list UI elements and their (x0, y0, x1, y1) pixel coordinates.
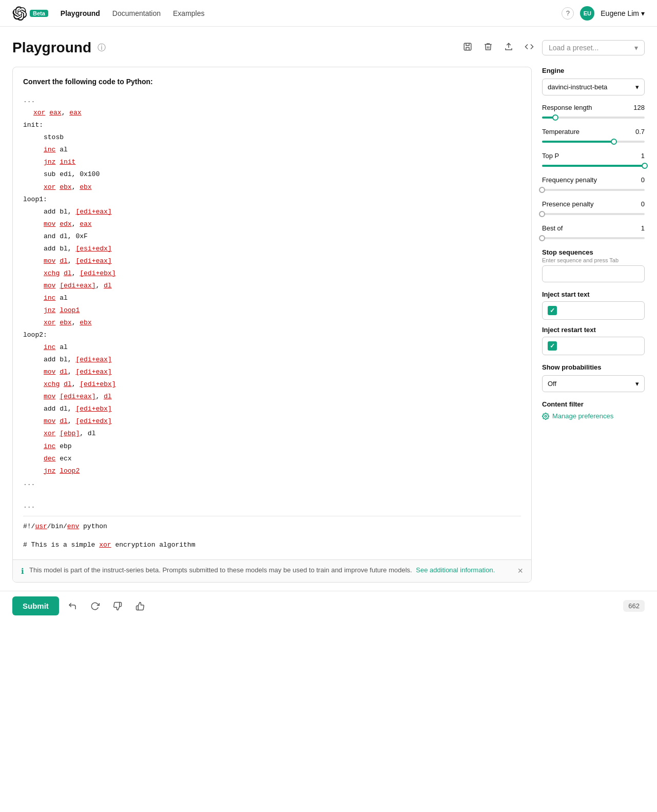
stop-sequences-hint: Enter sequence and press Tab (542, 257, 645, 263)
show-prob-value: Off (548, 380, 556, 388)
manage-preferences-link[interactable]: Manage preferences (542, 412, 645, 420)
show-prob-select[interactable]: Off ▾ (542, 375, 645, 392)
show-prob-label: Show probabilities (542, 363, 645, 371)
refresh-button[interactable] (86, 597, 104, 615)
param-label-frequency-penalty: Frequency penalty (542, 176, 597, 184)
generated-line-shebang: #!/usr/bin/env python (23, 520, 521, 533)
content-filter-label: Content filter (542, 400, 645, 408)
user-menu[interactable]: Eugene Lim ▾ (601, 9, 645, 17)
param-label-temperature: Temperature (542, 128, 579, 136)
token-count-badge: 662 (623, 600, 645, 612)
stop-sequences-input[interactable] (542, 265, 645, 282)
page-container: Playground ⓘ Load a preset... ▾ (0, 27, 657, 583)
info-text: This model is part of the instruct-serie… (29, 566, 495, 574)
nav-link-documentation[interactable]: Documentation (112, 9, 161, 17)
nav-link-playground[interactable]: Playground (61, 9, 100, 17)
code-block: ... xor eax, eax init: stosb inc al jnz … (23, 94, 521, 490)
param-value-response-length: 128 (633, 104, 645, 111)
slider-top-p[interactable] (542, 162, 645, 170)
nav-link-examples[interactable]: Examples (173, 9, 204, 17)
engine-chevron-icon: ▾ (635, 83, 639, 91)
slider-frequency-penalty[interactable] (542, 186, 645, 194)
param-temperature: Temperature 0.7 (542, 128, 645, 146)
refresh-icon (90, 602, 100, 611)
slider-presence-penalty[interactable] (542, 210, 645, 218)
preset-placeholder: Load a preset... (549, 44, 598, 52)
info-link[interactable]: See additional information. (416, 566, 495, 574)
save-button[interactable] (460, 39, 475, 56)
trash-icon (484, 42, 493, 51)
page-header: Playground ⓘ Load a preset... ▾ (12, 39, 645, 56)
thumbs-down-icon (113, 602, 122, 611)
save-icon (463, 42, 472, 51)
svg-point-1 (545, 415, 547, 417)
inject-start-label: Inject start text (542, 291, 645, 298)
code-button[interactable] (521, 39, 537, 56)
engine-select[interactable]: davinci-instruct-beta ▾ (542, 79, 645, 95)
nav-bar: Beta Playground Documentation Examples ?… (0, 0, 657, 27)
page-title: Playground (12, 40, 91, 56)
editor-body[interactable]: Convert the following code to Python: ..… (13, 67, 531, 559)
manage-preferences-label: Manage preferences (552, 412, 613, 420)
share-button[interactable] (501, 39, 516, 56)
share-icon (504, 42, 513, 51)
inject-restart-section: Inject restart text ✓ (542, 326, 645, 355)
content-filter-section: Content filter Manage preferences (542, 400, 645, 420)
param-top-p: Top P 1 (542, 152, 645, 170)
info-bar: ℹ This model is part of the instruct-ser… (13, 559, 531, 582)
svg-rect-0 (464, 43, 471, 50)
show-prob-section: Show probabilities Off ▾ (542, 363, 645, 392)
inject-restart-label: Inject restart text (542, 326, 645, 334)
nav-links: Playground Documentation Examples (61, 9, 205, 17)
prompt-text: Convert the following code to Python: (23, 75, 521, 88)
sidebar: Engine davinci-instruct-beta ▾ Response … (542, 67, 645, 583)
stop-sequences-section: Stop sequences Enter sequence and press … (542, 248, 645, 282)
thumbs-down-button[interactable] (108, 597, 127, 615)
info-icon: ℹ (21, 567, 24, 576)
slider-best-of[interactable] (542, 234, 645, 242)
chevron-down-icon: ▾ (641, 9, 645, 17)
gear-icon (542, 413, 549, 420)
slider-temperature[interactable] (542, 138, 645, 146)
code-icon (525, 42, 534, 51)
param-value-presence-penalty: 0 (641, 200, 645, 208)
inject-restart-checkbox[interactable]: ✓ (548, 341, 557, 351)
inject-start-checkbox[interactable]: ✓ (548, 306, 557, 315)
param-value-best-of: 1 (641, 224, 645, 232)
thumbs-up-button[interactable] (131, 597, 149, 615)
editor-panel: Convert the following code to Python: ..… (12, 67, 532, 583)
checkmark-icon: ✓ (550, 307, 555, 314)
submit-button[interactable]: Submit (12, 596, 59, 615)
delete-button[interactable] (480, 39, 496, 56)
toolbar: Load a preset... ▾ (460, 39, 645, 56)
preset-select[interactable]: Load a preset... ▾ (542, 40, 645, 55)
undo-icon (68, 602, 77, 611)
page-info-icon[interactable]: ⓘ (98, 43, 106, 53)
param-label-best-of: Best of (542, 224, 563, 232)
param-value-frequency-penalty: 0 (641, 176, 645, 184)
param-presence-penalty: Presence penalty 0 (542, 200, 645, 218)
show-prob-chevron-icon: ▾ (635, 380, 639, 388)
undo-button[interactable] (63, 597, 82, 615)
checkmark2-icon: ✓ (550, 342, 555, 350)
bottom-bar: Submit 662 (0, 591, 657, 621)
param-value-temperature: 0.7 (635, 128, 645, 136)
inject-start-field[interactable]: ✓ (542, 301, 645, 320)
inject-restart-field[interactable]: ✓ (542, 337, 645, 355)
slider-response-length[interactable] (542, 113, 645, 122)
info-close-button[interactable]: × (517, 566, 523, 575)
generated-line-comment: # This is a simple xor encryption algori… (23, 539, 521, 551)
nav-logo[interactable]: Beta (12, 6, 48, 21)
param-label-presence-penalty: Presence penalty (542, 200, 593, 208)
username-label: Eugene Lim (601, 9, 639, 17)
content-area: Convert the following code to Python: ..… (12, 67, 645, 583)
engine-section: Engine davinci-instruct-beta ▾ (542, 67, 645, 95)
engine-value: davinci-instruct-beta (548, 83, 607, 91)
param-label-top-p: Top P (542, 152, 559, 160)
inject-start-section: Inject start text ✓ (542, 291, 645, 320)
param-label-response-length: Response length (542, 104, 592, 111)
param-value-top-p: 1 (641, 152, 645, 160)
help-button[interactable]: ? (562, 7, 574, 20)
nav-right: ? EU Eugene Lim ▾ (562, 6, 645, 21)
stop-sequences-label: Stop sequences (542, 248, 645, 256)
